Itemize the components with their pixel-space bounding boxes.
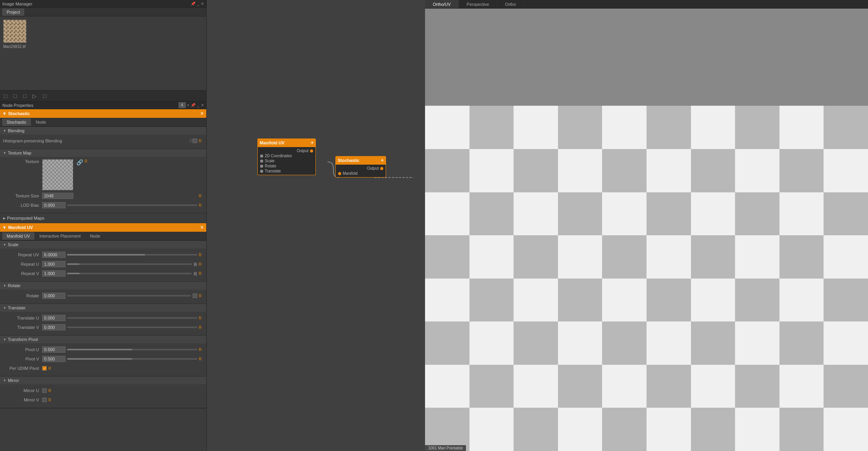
stochastic-node-plus[interactable]: + — [381, 158, 384, 163]
node-props-minimize-icon[interactable]: _ — [197, 103, 199, 107]
translate-header[interactable]: ▼ Translate — [0, 304, 206, 312]
rotate-slider[interactable] — [67, 295, 191, 297]
manifold-uv-translate-dot[interactable] — [260, 170, 263, 173]
viewport-top-area — [425, 9, 868, 106]
node-props-close-icon[interactable]: ✕ — [201, 103, 204, 107]
manifold-uv-close-btn[interactable]: ✕ — [200, 225, 204, 230]
toolbar-btn-5[interactable]: □ — [41, 92, 48, 100]
lod-bias-slider[interactable] — [67, 204, 197, 206]
texture-thumbnail[interactable] — [42, 159, 73, 190]
texture-size-input[interactable]: 2048 — [42, 193, 73, 199]
stochastic-section-header[interactable]: ▼ Stochastic ✕ — [0, 109, 206, 118]
manifold-uv-rotate-dot[interactable] — [260, 165, 263, 168]
stochastic-node[interactable]: Stochastic + Output Manifold — [335, 156, 386, 178]
mirror-v-checkbox[interactable] — [42, 398, 47, 402]
checker-cell — [469, 235, 514, 279]
tab-manifold-node[interactable]: Node — [86, 233, 105, 240]
checker-cell — [602, 365, 647, 408]
rotate-label: Rotate — [8, 283, 20, 288]
mirror-header[interactable]: ▼ Mirror — [0, 376, 206, 384]
node-properties-content: ▼ Stochastic ✕ Stochastic Node ▼ Blendin… — [0, 109, 206, 451]
scale-header[interactable]: ▼ Scale — [0, 241, 206, 249]
histogram-blending-r-btn[interactable]: R — [197, 139, 203, 143]
tab-stochastic[interactable]: Stochastic — [2, 119, 31, 126]
precomputed-header[interactable]: ▶ Precomputed Maps — [3, 215, 203, 221]
manifold-uv-section-header[interactable]: ▼ Manifold UV ✕ — [0, 223, 206, 232]
histogram-blending-checkbox[interactable] — [193, 138, 197, 143]
repeat-u-r-btn[interactable]: R — [197, 262, 203, 266]
stochastic-output-dot[interactable] — [380, 167, 383, 170]
toolbar-btn-4[interactable]: ▷ — [31, 92, 38, 100]
manifold-uv-node-header: Manifold UV + — [257, 138, 316, 147]
texture-map-header[interactable]: ▼ Texture Map — [0, 149, 206, 157]
repeat-uv-value: 6.0000 — [42, 252, 66, 258]
thumbnail-mari24832[interactable] — [3, 20, 27, 43]
blending-header[interactable]: ▼ Blending — [0, 127, 206, 135]
manifold-uv-node[interactable]: Manifold UV + Output 2D Coordinates Scal… — [257, 138, 316, 175]
manifold-uv-2d-dot[interactable] — [260, 154, 263, 158]
translate-v-r-btn[interactable]: R — [197, 325, 203, 330]
rotate-prop-label: Rotate — [3, 293, 42, 298]
pivot-v-r-btn[interactable]: R — [197, 357, 203, 361]
pivot-u-r-btn[interactable]: R — [197, 348, 203, 352]
transform-pivot-header[interactable]: ▼ Transform Pivot — [0, 336, 206, 343]
checker-cell — [824, 365, 868, 408]
stochastic-manifold-dot[interactable] — [338, 172, 341, 175]
rotate-header[interactable]: ▼ Rotate — [0, 282, 206, 289]
repeat-v-r-btn[interactable]: R — [197, 272, 203, 276]
rotate-checkbox[interactable] — [193, 293, 197, 298]
texture-size-r-btn[interactable]: R — [197, 194, 203, 198]
tab-ortho-uv[interactable]: Ortho/UV — [425, 0, 459, 8]
manifold-uv-scale-dot[interactable] — [260, 160, 263, 163]
mirror-u-r-btn[interactable]: R — [47, 389, 53, 393]
node-props-icon-1[interactable]: ≡ — [187, 103, 190, 107]
repeat-uv-fill — [67, 254, 145, 256]
tab-project[interactable]: Project — [2, 9, 24, 16]
repeat-uv-slider[interactable] — [67, 254, 197, 256]
toolbar-btn-2[interactable]: □ — [12, 92, 18, 100]
image-manager-close-icon[interactable]: ✕ — [201, 2, 204, 6]
toolbar-btn-1[interactable]: □ — [2, 92, 9, 100]
translate-v-slider[interactable] — [67, 327, 197, 328]
pivot-v-slider[interactable] — [67, 358, 197, 360]
image-manager-pin-icon[interactable]: 📌 — [191, 2, 195, 6]
tab-perspective[interactable]: Perspective — [459, 0, 497, 8]
texture-link-icon[interactable]: 🔗 — [76, 159, 83, 165]
texture-r-btn[interactable]: R — [83, 159, 89, 163]
lod-bias-r-btn[interactable]: R — [197, 203, 203, 208]
node-count-badge: 4 — [179, 102, 186, 108]
toolbar-btn-3[interactable]: □ — [21, 92, 28, 100]
gray-cell — [647, 9, 691, 106]
repeat-u-slider[interactable] — [67, 263, 192, 265]
node-props-pin-icon[interactable]: 📌 — [191, 103, 195, 107]
checker-cell — [602, 235, 647, 279]
image-manager-minimize-icon[interactable]: _ — [197, 2, 199, 6]
mirror-u-checkbox[interactable] — [42, 388, 47, 393]
manifold-uv-port-2d: 2D Coordinates — [260, 153, 313, 158]
gray-cell — [425, 9, 469, 106]
per-udim-r-btn[interactable]: R — [47, 366, 53, 371]
manifold-uv-output-dot[interactable] — [310, 149, 313, 153]
pivot-u-slider[interactable] — [67, 349, 197, 350]
tab-ortho[interactable]: Ortho — [497, 0, 524, 8]
pivot-u-container: 0.500 — [42, 346, 197, 353]
manifold-uv-node-plus[interactable]: + — [311, 140, 314, 146]
rotate-r-btn[interactable]: R — [197, 294, 203, 298]
tab-interactive-placement[interactable]: Interactive Placement — [35, 233, 85, 240]
manifold-uv-label: Manifold UV — [8, 225, 33, 230]
translate-u-slider[interactable] — [67, 317, 197, 319]
tab-manifold-uv[interactable]: Manifold UV — [2, 233, 34, 240]
checker-cell — [469, 192, 514, 236]
stochastic-close-btn[interactable]: ✕ — [200, 111, 204, 116]
translate-u-row: Translate U 0.000 R — [3, 314, 203, 322]
translate-u-r-btn[interactable]: R — [197, 316, 203, 320]
mirror-v-r-btn[interactable]: R — [47, 398, 53, 402]
gray-cell — [558, 9, 602, 106]
tab-stochastic-node[interactable]: Node — [32, 119, 50, 126]
precomputed-label: Precomputed Maps — [7, 216, 44, 220]
repeat-uv-r-btn[interactable]: R — [197, 253, 203, 257]
pivot-u-row: Pivot U 0.500 R — [3, 346, 203, 353]
repeat-v-slider[interactable] — [67, 273, 192, 274]
texture-row: Texture 🔗 R — [3, 159, 203, 190]
per-udim-checkbox[interactable]: ✓ — [42, 366, 47, 371]
